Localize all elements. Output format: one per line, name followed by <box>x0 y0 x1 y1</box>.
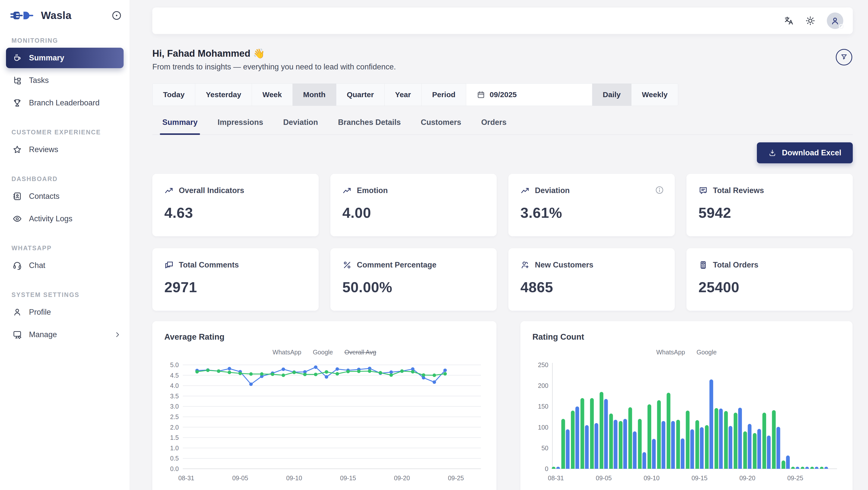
calendar-icon <box>477 90 485 99</box>
sidebar-item-tasks[interactable]: Tasks <box>6 70 124 91</box>
sidebar-item-label: Chat <box>29 261 45 270</box>
range-button-year[interactable]: Year <box>384 84 422 105</box>
sidebar-item-contacts[interactable]: Contacts <box>6 186 124 207</box>
download-excel-button[interactable]: Download Excel <box>757 142 853 163</box>
tab-branches-details[interactable]: Branches Details <box>337 115 401 134</box>
sidebar-item-reviews[interactable]: Reviews <box>6 140 124 160</box>
range-button-label: Yesterday <box>206 90 241 99</box>
stat-card-title: Overall Indicators <box>179 186 244 195</box>
topbar <box>152 7 853 34</box>
svg-text:08-31: 08-31 <box>548 474 564 482</box>
legend-item-google[interactable]: Google <box>696 349 717 356</box>
svg-text:3.0: 3.0 <box>170 403 179 410</box>
theme-sun-icon[interactable] <box>805 16 815 26</box>
range-button-label: Today <box>163 90 185 99</box>
sidebar-toggle-button[interactable] <box>111 10 122 21</box>
legend-item-whatsapp[interactable]: WhatsApp <box>656 349 685 356</box>
stat-card-head: Total Reviews <box>699 186 841 195</box>
date-picker-field[interactable]: 09/2025 <box>466 84 592 105</box>
stat-card-title: Total Comments <box>179 261 239 270</box>
chevron-right-icon <box>114 331 121 338</box>
stat-card-total-reviews: Total Reviews5942 <box>686 174 853 236</box>
svg-text:09-05: 09-05 <box>232 474 248 482</box>
info-icon[interactable] <box>655 185 664 195</box>
tasks-tree-icon <box>12 76 22 85</box>
tab-summary[interactable]: Summary <box>162 115 198 134</box>
greeting-section: Hi, Fahad Mohammed 👋 From trends to insi… <box>152 48 853 71</box>
stat-card-value: 5942 <box>699 204 841 221</box>
svg-text:4.0: 4.0 <box>170 382 179 389</box>
svg-text:09-10: 09-10 <box>644 474 659 482</box>
sidebar-item-chat[interactable]: Chat <box>6 255 124 276</box>
chart-canvas: 05010015020025008-3109-0509-1009-1509-20… <box>532 357 840 490</box>
brand-name: Wasla <box>41 9 71 22</box>
range-button-week[interactable]: Week <box>252 84 293 105</box>
date-picker-value: 09/2025 <box>490 90 517 99</box>
stat-card-value: 3.61% <box>520 204 663 221</box>
tab-deviation[interactable]: Deviation <box>283 115 319 134</box>
headset-icon <box>12 261 22 270</box>
stat-card-comment-percentage: Comment Percentage50.00% <box>330 248 497 311</box>
sidebar-item-activity-logs[interactable]: Activity Logs <box>6 209 124 229</box>
filters-button[interactable] <box>836 49 852 65</box>
receipt-icon <box>699 260 708 270</box>
sidebar: Wasla MONITORINGSummaryTasksBranch Leade… <box>0 0 130 490</box>
trophy-icon <box>12 98 22 108</box>
sidebar-section-label: WHATSAPP <box>11 245 130 252</box>
chart-title: Average Rating <box>164 332 485 342</box>
sidebar-item-manage[interactable]: Manage <box>6 325 124 345</box>
range-button-label: Quarter <box>347 90 374 99</box>
svg-text:150: 150 <box>538 403 548 410</box>
sidebar-section-label: CUSTOMER EXPERIENCE <box>11 129 130 136</box>
stat-card-value: 4.63 <box>164 204 307 221</box>
sidebar-item-profile[interactable]: Profile <box>6 302 124 323</box>
range-button-period[interactable]: Period <box>422 84 466 105</box>
stat-card-deviation: Deviation3.61% <box>508 174 675 236</box>
stat-card-head: Emotion <box>342 186 485 195</box>
stat-card-emotion: Emotion4.00 <box>330 174 497 236</box>
svg-text:1.0: 1.0 <box>170 445 179 452</box>
chart-legend: WhatsAppGoogleOverall Avg <box>164 349 485 356</box>
svg-text:50: 50 <box>541 445 548 452</box>
range-button-yesterday[interactable]: Yesterday <box>195 84 252 105</box>
range-button-quarter[interactable]: Quarter <box>336 84 384 105</box>
chart-legend: WhatsAppGoogle <box>532 349 840 356</box>
sidebar-logo-row: Wasla <box>0 0 130 22</box>
language-icon[interactable] <box>784 16 794 26</box>
sidebar-section-label: MONITORING <box>11 37 130 44</box>
sidebar-item-branch-leaderboard[interactable]: Branch Leaderboard <box>6 93 124 113</box>
stat-card-total-orders: Total Orders25400 <box>686 248 853 311</box>
sidebar-item-label: Contacts <box>29 192 59 201</box>
stat-card-head: Deviation <box>520 186 663 195</box>
tab-impressions[interactable]: Impressions <box>217 115 264 134</box>
tab-customers[interactable]: Customers <box>420 115 462 134</box>
legend-item-whatsapp[interactable]: WhatsApp <box>273 349 301 356</box>
stat-card-total-comments: Total Comments2971 <box>152 248 319 311</box>
main-content: Hi, Fahad Mohammed 👋 From trends to insi… <box>130 0 868 490</box>
legend-item-google[interactable]: Google <box>313 349 333 356</box>
chart-title: Rating Count <box>532 332 840 342</box>
granularity-button-weekly[interactable]: Weekly <box>631 84 678 105</box>
user-avatar[interactable] <box>827 12 843 29</box>
svg-text:09-15: 09-15 <box>691 474 707 482</box>
legend-item-overall-avg[interactable]: Overall Avg <box>344 349 376 356</box>
range-button-today[interactable]: Today <box>153 84 195 105</box>
online-status-dot <box>839 24 844 29</box>
tab-orders[interactable]: Orders <box>481 115 507 134</box>
download-excel-label: Download Excel <box>782 148 841 157</box>
download-row: Download Excel <box>152 142 853 163</box>
stat-card-title: New Customers <box>535 261 593 270</box>
coffee-icon <box>12 53 22 63</box>
star-icon <box>12 145 22 154</box>
range-button-month[interactable]: Month <box>293 84 336 105</box>
eye-icon <box>12 214 22 223</box>
svg-text:0.0: 0.0 <box>170 465 179 472</box>
sidebar-item-summary[interactable]: Summary <box>6 48 124 68</box>
sidebar-item-label: Tasks <box>29 76 49 85</box>
download-icon <box>768 149 776 157</box>
chart-card-average-rating: Average RatingWhatsAppGoogleOverall Avg0… <box>152 321 496 490</box>
stat-card-title: Deviation <box>535 186 570 195</box>
range-button-label: Year <box>395 90 411 99</box>
granularity-button-daily[interactable]: Daily <box>592 84 631 105</box>
sidebar-item-label: Manage <box>29 330 57 339</box>
